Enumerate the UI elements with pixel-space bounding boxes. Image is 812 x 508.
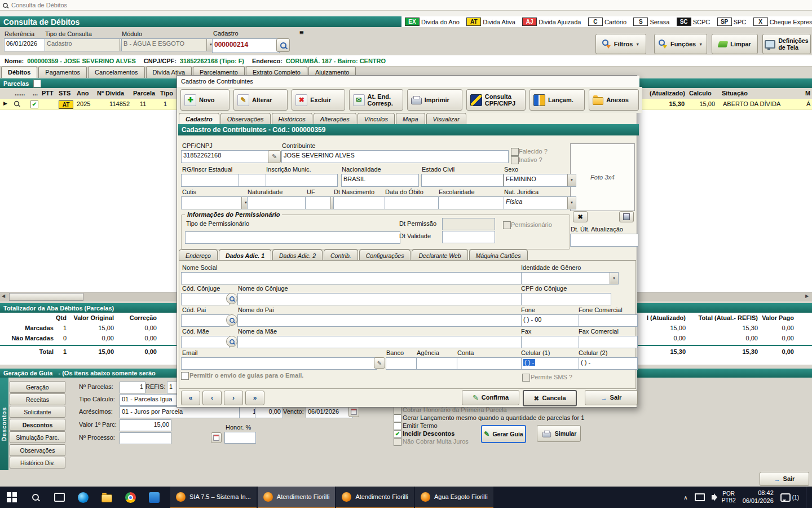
nome-conjuge-input[interactable] [237,293,524,305]
tab-maquina-cartoes[interactable]: Máquina Cartões [469,249,528,261]
col-dots2[interactable]: ... [33,90,38,97]
nao-cobrar-multa-checkbox[interactable] [394,438,401,446]
incidir-descontos-checkbox[interactable]: ✔ [394,430,401,438]
speaker-icon[interactable] [712,495,715,500]
processo-input[interactable] [120,432,171,444]
anexos-button[interactable]: Anexos [589,89,639,111]
sidebar-solicitante-button[interactable]: Solicitante [10,406,65,418]
dialog-sair-button[interactable]: → Sair [585,390,638,405]
tipo-consulta-select[interactable]: Cadastro [45,38,129,51]
tab-cancelamentos[interactable]: Cancelamentos [88,66,144,78]
nav-prev-record-button[interactable]: ‹ [202,391,222,405]
conjuge-search-button[interactable] [226,293,237,304]
modulo-select[interactable]: B - ÁGUA E ESGOTO [121,38,215,51]
celular1-input[interactable]: ( ) - [521,357,579,370]
alterar-button[interactable]: ✎ Alterar [233,89,288,111]
inativo-checkbox[interactable] [511,156,519,164]
n-parcelas-input[interactable]: 1 [120,382,145,393]
email-input[interactable] [181,357,377,370]
tray-expand-icon[interactable]: ∧ [683,494,687,501]
vencto-calendar-button[interactable] [348,406,359,417]
col-dots1[interactable]: ...... [15,90,25,97]
limpar-button[interactable]: Limpar [712,34,758,54]
fax-input[interactable] [521,336,579,348]
dialog-titlebar[interactable]: Cadastro de Contribuintes [177,76,639,87]
notification-center-button[interactable]: (1) [780,493,799,502]
tab-cadastro[interactable]: Cadastro [179,113,219,125]
processo-calc-button[interactable] [211,432,222,443]
sidebar-receitas-button[interactable]: Receitas [10,393,65,405]
sidebar-descontos-button[interactable]: Descontos [10,419,65,431]
foto-3x4-box[interactable]: Foto 3x4 [570,143,635,211]
cadastro-list-icon[interactable]: ≡ [299,28,304,37]
nav-next-record-button[interactable]: › [224,391,243,405]
banco-input[interactable] [386,357,418,370]
nav-first-record-button[interactable]: « [181,391,200,405]
agencia-input[interactable] [416,357,459,370]
inscricao-municipal-input[interactable] [266,174,338,187]
identidade-genero-select[interactable] [521,272,619,284]
language-indicator[interactable]: POR PTB2 [722,491,736,504]
emitir-termo-checkbox[interactable] [394,422,401,430]
imprimir-button[interactable]: Imprimir [407,89,462,111]
file-explorer-button[interactable] [95,487,118,508]
taskbar-app-atendimento-1[interactable]: Atendimento Fiorilli [258,486,336,508]
clear-photo-button[interactable]: ✖ [573,211,588,222]
dt-nascimento-input[interactable] [333,196,386,209]
tab-dados-adic-2[interactable]: Dados Adic. 2 [272,249,323,261]
sidebar-observacoes-button[interactable]: Observações [10,444,65,456]
email-edit-button[interactable]: ✎ [374,357,385,369]
display-icon[interactable] [695,493,705,501]
cobrar-honorario-checkbox[interactable] [394,406,401,414]
tab-dados-adic-1[interactable]: Dados Adic. 1 [219,249,271,261]
cadastro-input[interactable]: 000000214 [212,38,280,53]
tab-historicos[interactable]: Históricos [272,113,312,125]
sidebar-geracao-button[interactable]: Geração [10,381,65,393]
permissionario-checkbox[interactable] [503,221,511,229]
filtros-button[interactable]: Filtros ▼ [595,34,646,54]
clock[interactable]: 08:42 06/01/2026 [743,489,774,505]
scrollbar-thumb[interactable] [9,293,83,301]
acrescimos-select[interactable]: 01 - Juros por Parcela [120,406,249,418]
tipo-permissionario-input[interactable] [185,231,400,244]
sexo-select[interactable]: FEMININO [504,174,576,187]
scroll-left-arrow[interactable]: ◀ [2,294,5,299]
tab-vinculos[interactable]: Vínculos [358,113,395,125]
tab-mapa[interactable]: Mapa [396,113,425,125]
dt-ult-atualizacao-input[interactable] [570,234,638,247]
naturalidade-input[interactable] [247,196,307,209]
fax-comercial-input[interactable] [579,336,638,348]
pai-search-button[interactable] [226,314,237,326]
taskbar-app-sia[interactable]: SIA 7.5 – Sistema In... [170,486,257,508]
row-search-icon[interactable] [14,100,20,108]
taskbar-search-button[interactable] [24,487,47,508]
taskbar-app-agua-esgoto[interactable]: Agua Esgoto Fiorilli [415,486,493,508]
nav-last-record-button[interactable]: » [245,391,264,405]
cpf-cnpj-input[interactable]: 31852262168 [181,150,271,163]
col-modulo[interactable]: M [805,90,810,97]
excluir-button[interactable]: ✖ Excluir [292,89,345,111]
consulta-cpf-button[interactable]: Consulta CPF/CNPJ [466,89,526,111]
col-ano[interactable]: Ano [77,90,89,97]
chrome-button[interactable] [118,487,142,508]
col-ptt[interactable]: PTT [42,90,54,97]
dt-validade-input[interactable] [442,231,495,243]
permitir-email-checkbox[interactable] [181,372,189,380]
save-photo-button[interactable] [619,211,634,222]
dt-permissao-input[interactable] [442,218,495,230]
conta-input[interactable] [457,357,523,370]
fone-input[interactable]: ( ) - 00 [521,314,579,327]
estado-civil-select[interactable] [421,174,512,187]
cpf-conjuge-input[interactable] [521,293,611,305]
col-parcela[interactable]: Parcela [133,90,155,97]
scroll-right-arrow[interactable]: ▶ [805,294,809,299]
tipo-calculo-select[interactable]: 01 - Parcelas Igua [120,394,181,406]
atualiza-endereco-button[interactable]: ✉ At. End. Corresp. [349,89,403,111]
start-button[interactable] [0,487,24,508]
tab-endereco[interactable]: Endereço [179,249,218,261]
tab-debitos[interactable]: Débitos [1,66,37,78]
fone-comercial-input[interactable] [579,314,638,327]
cod-mae-input[interactable] [181,336,230,348]
contribuinte-input[interactable]: JOSE SEVERINO ALVES [281,150,509,163]
simular-button[interactable]: Simular [537,425,581,442]
